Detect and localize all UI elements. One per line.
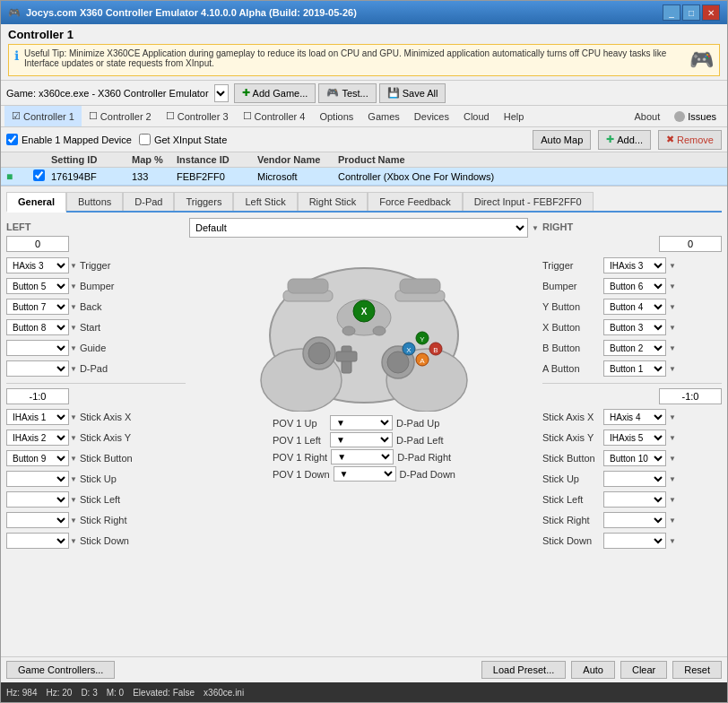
get-xinput-label[interactable]: Get XInput State <box>139 134 227 145</box>
right-stick-up-select[interactable] <box>603 471 666 487</box>
menu-controller4[interactable]: ☐ Controller 4 <box>236 106 313 126</box>
right-bumper-select[interactable]: Button 6 <box>603 278 666 294</box>
enable-mapped-label[interactable]: Enable 1 Mapped Device <box>6 134 132 145</box>
right-stick-axis-y-select[interactable]: IHAxis 5 <box>603 430 666 446</box>
game-controllers-button[interactable]: Game Controllers... <box>6 661 115 679</box>
clear-button[interactable]: Clear <box>620 661 667 679</box>
left-stick-right-select[interactable] <box>6 512 69 528</box>
right-stick-value-input[interactable] <box>659 388 722 404</box>
device-checkbox-cell[interactable] <box>33 169 51 183</box>
test-button[interactable]: 🎮 Test... <box>318 83 376 103</box>
game-bar-buttons: ✚ Add Game... 🎮 Test... 💾 Save All <box>234 83 446 103</box>
menu-controller1[interactable]: ☑ Controller 1 <box>4 106 82 126</box>
device-checkbox[interactable] <box>33 169 45 181</box>
left-stick-axis-y-select[interactable]: IHAxis 2 <box>6 430 69 446</box>
right-x-arrow: ▼ <box>669 324 676 332</box>
dpad-up-select[interactable]: ▼ <box>330 415 393 430</box>
left-trigger-select[interactable]: HAxis 3 <box>6 257 69 273</box>
tab-general[interactable]: General <box>6 192 66 213</box>
dpad-left-select[interactable]: ▼ <box>330 432 393 447</box>
add-button[interactable]: ✚ Add... <box>598 130 651 150</box>
right-a-select[interactable]: Button 1 <box>603 360 666 377</box>
tab-left-stick[interactable]: Left Stick <box>233 192 297 211</box>
left-dpad-arrow: ▼ <box>70 365 77 373</box>
right-b-arrow: ▼ <box>669 344 676 352</box>
left-stick-value-input[interactable] <box>6 388 69 404</box>
left-stick-axis-x-label: Stick Axis X <box>80 412 131 422</box>
right-panel-label: RIGHT <box>542 221 722 232</box>
left-bumper-select[interactable]: Button 5 <box>6 278 69 294</box>
left-stick-left-select[interactable] <box>6 491 69 508</box>
dpad-down-select[interactable]: ▼ <box>334 466 396 482</box>
save-all-button[interactable]: 💾 Save All <box>379 83 446 103</box>
left-bumper-arrow: ▼ <box>70 282 77 291</box>
left-back-row: Button 7 ▼ Back <box>6 298 186 316</box>
right-y-select[interactable]: Button 4 <box>603 299 666 315</box>
preset-select[interactable]: Default <box>189 218 528 238</box>
left-stick-button-select[interactable]: Button 9 <box>6 450 69 466</box>
menu-cloud[interactable]: Cloud <box>456 106 497 126</box>
auto-button[interactable]: Auto <box>571 661 615 679</box>
left-back-select[interactable]: Button 7 <box>6 299 69 315</box>
game-name: Game: x360ce.exe - X360 Controller Emula… <box>6 88 209 99</box>
menu-devices[interactable]: Devices <box>407 106 456 126</box>
left-dpad-select[interactable] <box>6 360 69 377</box>
add-label: Add... <box>617 135 643 145</box>
menu-controller3[interactable]: ☐ Controller 3 <box>159 106 236 126</box>
device-table: Setting ID Map % Instance ID Vendor Name… <box>1 152 727 187</box>
add-game-icon: ✚ <box>242 87 250 99</box>
left-stick-down-select[interactable] <box>6 533 69 549</box>
bottom-buttons: Game Controllers... Load Preset... Auto … <box>1 656 727 682</box>
tab-right-stick[interactable]: Right Stick <box>298 192 368 211</box>
test-icon: 🎮 <box>326 87 339 99</box>
dpad-right-select[interactable]: ▼ <box>331 449 394 464</box>
add-game-button[interactable]: ✚ Add Game... <box>234 83 316 103</box>
get-xinput-checkbox[interactable] <box>139 134 151 145</box>
right-b-select[interactable]: Button 2 <box>603 340 666 356</box>
svg-rect-23 <box>400 279 440 293</box>
tab-triggers[interactable]: Triggers <box>174 192 233 211</box>
game-selector[interactable] <box>214 84 229 102</box>
right-stick-down-select[interactable] <box>603 533 666 549</box>
remove-button[interactable]: ✖ Remove <box>658 130 722 150</box>
reset-button[interactable]: Reset <box>672 661 722 679</box>
menu-controller2[interactable]: ☐ Controller 2 <box>82 106 159 126</box>
right-stick-right-select[interactable] <box>603 512 666 528</box>
ctrl1-icon: ☑ <box>12 110 21 122</box>
svg-point-9 <box>387 352 409 373</box>
main-content: General Buttons D-Pad Triggers Left Stic… <box>1 187 727 656</box>
menu-help[interactable]: Help <box>497 106 532 126</box>
right-stick-axis-x-select[interactable]: HAxis 4 <box>603 409 666 425</box>
maximize-button[interactable]: □ <box>682 4 700 21</box>
left-stick-axis-x-select[interactable]: IHAxis 1 <box>6 409 69 425</box>
right-value-input[interactable] <box>659 236 722 252</box>
tab-direct-input[interactable]: Direct Input - FEBF2FF0 <box>463 192 594 211</box>
left-guide-select[interactable] <box>6 340 69 356</box>
menu-options[interactable]: Options <box>312 106 360 126</box>
right-b-row: B Button Button 2 ▼ <box>542 339 722 357</box>
menu-games[interactable]: Games <box>360 106 406 126</box>
tab-dpad[interactable]: D-Pad <box>123 192 174 211</box>
close-button[interactable]: ✕ <box>702 4 720 21</box>
right-stick-axis-y-arrow: ▼ <box>669 434 676 442</box>
enable-mapped-checkbox[interactable] <box>6 134 18 145</box>
left-stick-up-select[interactable] <box>6 471 69 487</box>
device-row[interactable]: ■ 176194BF 133 FEBF2FF0 Microsoft Contro… <box>1 168 727 186</box>
title-bar: 🎮 Jocys.com X360 Controller Emulator 4.1… <box>1 1 727 24</box>
auto-map-button[interactable]: Auto Map <box>533 130 591 150</box>
left-trigger-arrow: ▼ <box>70 262 77 270</box>
menu-about[interactable]: About <box>627 106 667 126</box>
right-trigger-select[interactable]: IHAxis 3 <box>603 257 666 273</box>
right-stick-left-select[interactable] <box>603 491 666 508</box>
load-preset-button[interactable]: Load Preset... <box>481 661 567 679</box>
tab-buttons[interactable]: Buttons <box>66 192 123 211</box>
tab-force-feedback[interactable]: Force Feedback <box>368 192 462 211</box>
left-guide-label: Guide <box>80 343 106 353</box>
left-start-select[interactable]: Button 8 <box>6 319 69 335</box>
right-stick-button-select[interactable]: Button 10 <box>603 450 666 466</box>
issues-circle <box>674 111 685 122</box>
dpad-right-value: D-Pad Right <box>397 452 451 463</box>
minimize-button[interactable]: _ <box>663 4 680 21</box>
right-x-select[interactable]: Button 3 <box>603 319 666 335</box>
left-value-input[interactable] <box>6 236 69 252</box>
